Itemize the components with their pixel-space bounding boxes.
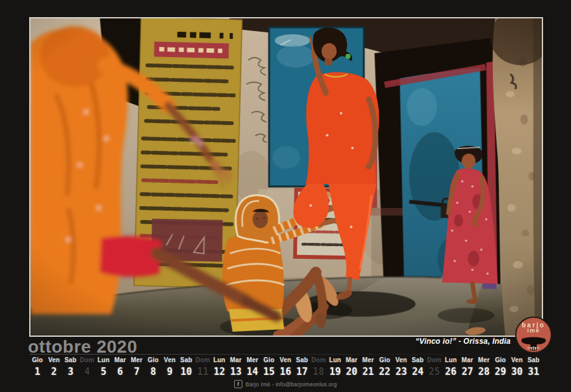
day-number: 29 xyxy=(492,366,509,377)
calendar-day: Mar 27 xyxy=(459,356,476,377)
day-of-week-label: Sab xyxy=(294,356,310,364)
day-number: 28 xyxy=(476,366,492,377)
calendar-day: Ven 9 xyxy=(162,356,178,377)
day-of-week-label: Mer xyxy=(476,356,492,364)
day-of-week-label: Gio xyxy=(376,356,393,364)
calendar-day: Sab 24 xyxy=(409,356,426,377)
day-of-week-label: Dom xyxy=(79,356,95,364)
day-number: 22 xyxy=(376,366,393,377)
day-of-week-label: Mar xyxy=(228,356,244,364)
logo-text-line3: onlus xyxy=(516,346,551,350)
day-of-week-label: Ven xyxy=(277,356,294,364)
calendar-strip: Gio 1 Ven 2 Sab 3 Dom 4 Lun 5 Mar 6 Mer … xyxy=(29,356,542,377)
day-number: 23 xyxy=(393,366,409,377)
calendar-day: Lun 5 xyxy=(95,356,112,377)
day-number: 10 xyxy=(178,366,195,377)
day-of-week-label: Sab xyxy=(178,356,195,364)
day-of-week-label: Mar xyxy=(459,356,476,364)
day-number: 30 xyxy=(509,366,525,377)
calendar-day: Gio 29 xyxy=(492,356,509,377)
calendar-day: Sab 31 xyxy=(525,356,542,377)
calendar-day: Mer 14 xyxy=(244,356,261,377)
day-number: 24 xyxy=(409,366,426,377)
day-number: 11 xyxy=(195,366,211,377)
calendar-day: Mar 6 xyxy=(112,356,128,377)
calendar-day: Mar 13 xyxy=(228,356,244,377)
day-number: 13 xyxy=(228,366,244,377)
day-of-week-label: Ven xyxy=(509,356,525,364)
calendar-day: Mer 28 xyxy=(476,356,492,377)
calendar-day: Dom 11 xyxy=(195,356,211,377)
day-of-week-label: Lun xyxy=(443,356,459,364)
day-of-week-label: Gio xyxy=(145,356,161,364)
day-of-week-label: Sab xyxy=(525,356,542,364)
day-number: 31 xyxy=(525,366,542,377)
day-number: 6 xyxy=(112,366,128,377)
calendar-day: Gio 1 xyxy=(29,356,46,377)
calendar-day: Dom 25 xyxy=(426,356,443,377)
footer-contact: Barjo Imè - info@barjoimeonlus.org xyxy=(246,381,337,388)
calendar-day: Sab 17 xyxy=(294,356,310,377)
day-of-week-label: Sab xyxy=(409,356,426,364)
day-number: 18 xyxy=(310,366,327,377)
calendar-day: Dom 4 xyxy=(79,356,95,377)
day-of-week-label: Gio xyxy=(492,356,509,364)
calendar-day: Sab 3 xyxy=(62,356,79,377)
day-number: 26 xyxy=(443,366,459,377)
day-number: 4 xyxy=(79,366,95,377)
day-number: 2 xyxy=(46,366,62,377)
day-of-week-label: Mer xyxy=(128,356,145,364)
day-of-week-label: Ven xyxy=(46,356,62,364)
day-number: 8 xyxy=(145,366,161,377)
calendar-day: Ven 2 xyxy=(46,356,62,377)
calendar-day: Ven 16 xyxy=(277,356,294,377)
calendar-page: ottobre 2020 “Vinco io!” - Orissa, India… xyxy=(0,0,571,392)
day-number: 16 xyxy=(277,366,294,377)
calendar-day: Dom 18 xyxy=(310,356,327,377)
photo-vignette xyxy=(30,18,542,336)
day-of-week-label: Gio xyxy=(261,356,277,364)
logo-text-line2: imè xyxy=(516,327,551,334)
day-of-week-label: Mar xyxy=(112,356,128,364)
day-number: 19 xyxy=(327,366,343,377)
calendar-day: Gio 15 xyxy=(261,356,277,377)
calendar-day: Gio 8 xyxy=(145,356,161,377)
calendar-day: Mer 7 xyxy=(128,356,145,377)
day-of-week-label: Dom xyxy=(426,356,443,364)
day-of-week-label: Mar xyxy=(343,356,360,364)
day-of-week-label: Mer xyxy=(360,356,376,364)
day-number: 17 xyxy=(294,366,310,377)
day-of-week-label: Dom xyxy=(310,356,327,364)
calendar-day: Mer 21 xyxy=(360,356,376,377)
day-number: 5 xyxy=(95,366,112,377)
facebook-icon: f xyxy=(234,380,242,388)
barjo-ime-logo: barjo imè onlus xyxy=(515,317,552,353)
day-of-week-label: Lun xyxy=(327,356,343,364)
day-of-week-label: Dom xyxy=(195,356,211,364)
day-number: 20 xyxy=(343,366,360,377)
day-number: 14 xyxy=(244,366,261,377)
title-divider xyxy=(29,354,542,355)
day-of-week-label: Sab xyxy=(62,356,79,364)
day-number: 1 xyxy=(29,366,46,377)
calendar-day: Lun 19 xyxy=(327,356,343,377)
calendar-day: Lun 12 xyxy=(211,356,228,377)
calendar-day: Ven 23 xyxy=(393,356,409,377)
calendar-day: Mar 20 xyxy=(343,356,360,377)
day-of-week-label: Lun xyxy=(211,356,228,364)
day-of-week-label: Ven xyxy=(393,356,409,364)
day-number: 7 xyxy=(128,366,145,377)
day-number: 25 xyxy=(426,366,443,377)
day-number: 9 xyxy=(162,366,178,377)
day-of-week-label: Gio xyxy=(29,356,46,364)
footer: f Barjo Imè - info@barjoimeonlus.org xyxy=(0,380,571,388)
day-number: 21 xyxy=(360,366,376,377)
calendar-day: Ven 30 xyxy=(509,356,525,377)
calendar-day: Sab 10 xyxy=(178,356,195,377)
calendar-day: Gio 22 xyxy=(376,356,393,377)
day-number: 27 xyxy=(459,366,476,377)
day-number: 3 xyxy=(62,366,79,377)
day-number: 12 xyxy=(211,366,228,377)
day-of-week-label: Lun xyxy=(95,356,112,364)
photo xyxy=(29,17,543,337)
